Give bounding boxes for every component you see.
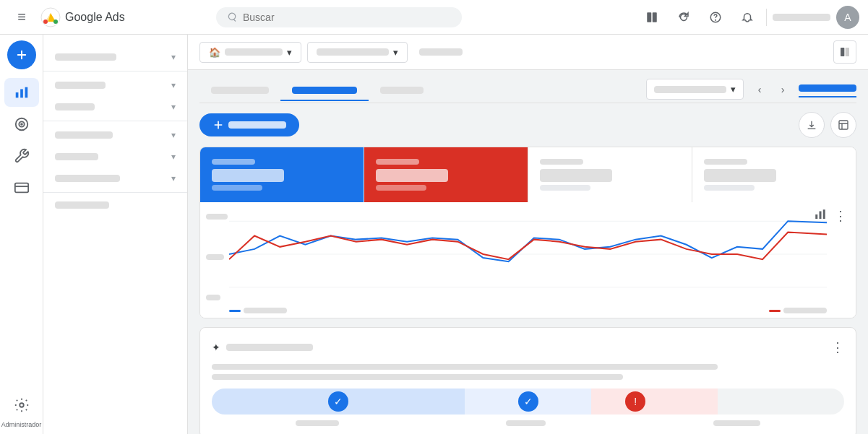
legend-blue xyxy=(229,308,287,313)
period-prev-button[interactable]: ‹ xyxy=(749,79,770,100)
metric-card-neutral-2[interactable] xyxy=(692,147,856,202)
search-icon xyxy=(226,12,237,23)
date-dropdown[interactable]: ▾ xyxy=(307,42,408,63)
progress-dot-1: ✓ xyxy=(328,391,348,412)
sidebar-item-campaigns[interactable] xyxy=(4,78,39,107)
tab-label-1 xyxy=(211,87,269,94)
nav-item-4[interactable]: ▾ xyxy=(43,124,187,146)
billing-icon xyxy=(14,180,30,196)
action-icons xyxy=(799,112,856,138)
tab-item-2[interactable] xyxy=(280,81,369,101)
notifications-icon-button[interactable] xyxy=(734,4,760,30)
legend-red-line xyxy=(769,310,781,312)
nav-divider-3 xyxy=(43,192,187,193)
tab-item-3[interactable] xyxy=(369,81,435,101)
nav-label-6 xyxy=(55,175,120,182)
header-icons: A xyxy=(639,4,859,30)
menu-button[interactable]: ≡ xyxy=(9,4,35,30)
header-account-placeholder xyxy=(773,14,830,21)
refresh-icon-button[interactable] xyxy=(671,4,697,30)
ai-more-button[interactable]: ⋮ xyxy=(831,339,844,355)
table-expand-button[interactable] xyxy=(830,112,856,138)
columns-icon xyxy=(645,11,658,24)
nav-label-7 xyxy=(55,201,109,209)
content-inner: ▾ ‹ › xyxy=(188,70,868,434)
topbar-extra-label xyxy=(419,48,463,56)
svg-rect-17 xyxy=(841,48,844,56)
sidebar-item-goals[interactable] xyxy=(4,110,39,139)
nav-item-3[interactable]: ▾ xyxy=(43,96,187,118)
metric-card-red[interactable] xyxy=(364,147,528,202)
svg-point-4 xyxy=(43,19,48,24)
chevron-down-icon-account: ▾ xyxy=(287,47,292,58)
sidebar-item-tools[interactable] xyxy=(4,142,39,170)
chart-svg xyxy=(229,214,827,295)
metric-card-blue[interactable] xyxy=(200,147,364,202)
nav-item-6[interactable]: ▾ xyxy=(43,168,187,189)
search-bar[interactable] xyxy=(216,7,462,27)
search-input[interactable] xyxy=(243,12,452,23)
nav-label-2 xyxy=(55,82,106,89)
panel-collapse-button[interactable] xyxy=(833,40,856,64)
tab-item-1[interactable] xyxy=(199,81,280,101)
svg-rect-11 xyxy=(25,87,27,98)
sparkle-icon: ✦ xyxy=(212,342,220,353)
nav-item-7[interactable] xyxy=(43,196,187,214)
refresh-icon xyxy=(677,11,690,24)
metric-blue-sub xyxy=(212,185,262,191)
new-campaign-button[interactable] xyxy=(7,40,36,69)
metric-card-neutral-1[interactable] xyxy=(528,147,692,202)
sidebar-item-billing[interactable] xyxy=(4,173,39,202)
nav-label-3 xyxy=(55,103,95,110)
period-next-button[interactable]: › xyxy=(773,79,793,100)
top-header: ≡ Google Ads A xyxy=(0,0,868,35)
tools-icon xyxy=(14,148,30,164)
metric-cards xyxy=(200,147,856,202)
metric-red-sub xyxy=(376,185,426,191)
content-topbar: 🏠 ▾ ▾ xyxy=(188,35,868,70)
period-nav: ‹ › xyxy=(749,79,793,100)
expand-icon xyxy=(838,119,849,131)
chevron-down-icon-3: ▾ xyxy=(171,102,176,112)
columns-icon-button[interactable] xyxy=(639,4,665,30)
account-dropdown[interactable]: 🏠 ▾ xyxy=(199,42,301,63)
svg-point-3 xyxy=(53,19,58,24)
nav-item-1[interactable]: ▾ xyxy=(43,46,187,68)
ai-section-header: ✦ ⋮ xyxy=(212,339,844,355)
add-button-label xyxy=(228,121,286,129)
y-label-bot xyxy=(206,295,228,300)
admin-label: Administrador xyxy=(1,421,42,428)
red-series xyxy=(229,232,827,259)
metric-n1-sub xyxy=(540,185,590,191)
progress-label-1-area xyxy=(296,420,339,426)
nav-label-1 xyxy=(55,53,116,61)
svg-point-8 xyxy=(716,19,716,20)
blue-series xyxy=(229,221,827,261)
nav-label-5 xyxy=(55,153,98,160)
period-selector[interactable]: ▾ xyxy=(646,79,744,100)
svg-rect-6 xyxy=(653,12,657,22)
panel-icon xyxy=(839,46,851,58)
progress-dot-2: ✓ xyxy=(518,391,538,412)
add-item-button[interactable] xyxy=(199,113,299,136)
nav-item-2[interactable]: ▾ xyxy=(43,74,187,96)
metric-n2-label xyxy=(704,159,747,165)
campaigns-icon xyxy=(14,84,30,100)
period-link[interactable] xyxy=(799,82,856,97)
svg-point-16 xyxy=(20,403,24,407)
sidebar-item-settings[interactable] xyxy=(4,391,39,420)
download-button[interactable] xyxy=(799,112,825,138)
sidebar-bottom: Administrador xyxy=(1,391,42,428)
legend-blue-label xyxy=(244,308,287,313)
google-ads-logo-icon xyxy=(40,7,61,27)
nav-item-5[interactable]: ▾ xyxy=(43,146,187,168)
help-icon-button[interactable] xyxy=(702,4,729,30)
chart-more-button[interactable]: ⋮ xyxy=(834,208,847,224)
plus-icon xyxy=(15,48,28,61)
header-divider xyxy=(766,9,767,26)
sidebar: Administrador xyxy=(0,35,43,434)
app-title: Google Ads xyxy=(65,11,125,24)
help-icon xyxy=(709,11,722,24)
main-layout: Administrador ▾ ▾ ▾ xyxy=(0,35,868,434)
avatar: A xyxy=(836,6,859,29)
